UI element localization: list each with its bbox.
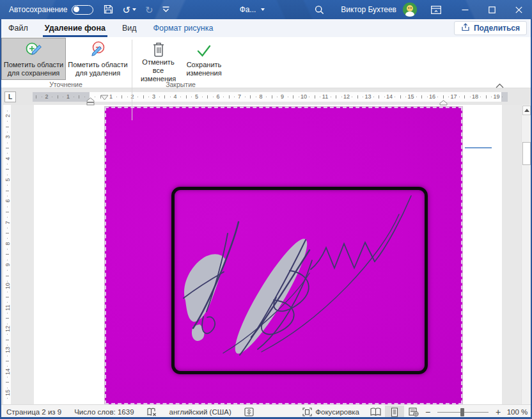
collapse-ribbon-icon[interactable] [496,79,504,91]
undo-caret-icon[interactable] [132,8,136,11]
share-button[interactable]: Поделиться [454,21,527,35]
ruler-tick [207,95,208,99]
ruler-tick [180,97,181,97]
tab-picture-format[interactable]: Формат рисунка [145,19,222,37]
zoom-slider-thumb[interactable] [460,408,464,416]
right-indent-marker[interactable] [439,97,448,108]
ruler-tick [427,97,428,97]
ruler-tick [7,398,8,399]
tab-stop-selector[interactable]: L [4,91,16,102]
ruler-tick [266,97,267,97]
ruler-tick [7,388,8,388]
ruler-tick [7,228,8,228]
document-title-text: Фа... [240,5,256,14]
ruler-tick [7,164,8,164]
user-name[interactable]: Виктор Бухтеев [341,5,396,14]
zoom-out-button[interactable]: − [423,407,432,417]
ruler-number: 5 [195,93,198,100]
ruler-tick [7,260,8,260]
selected-picture-background-removal[interactable] [105,107,462,404]
autosave-toggle[interactable] [72,5,93,15]
ruler-number: 7 [4,219,11,226]
ribbon-display-options-icon[interactable] [431,6,441,14]
ruler-number: 9 [281,93,284,100]
ruler-tick [6,148,9,148]
tab-file[interactable]: Файл [0,19,36,37]
ruler-tick [213,97,214,97]
ruler-tick [7,281,8,281]
ruler-tick [7,292,8,292]
group-label-close: Закрытие [136,81,226,89]
ruler-tick [331,97,331,97]
save-icon[interactable] [104,4,113,15]
tab-background-removal[interactable]: Удаление фона [36,19,114,37]
ribbon-tab-row: Файл Удаление фона Вид Формат рисунка По… [0,19,532,37]
document-title[interactable]: Фа... [240,5,265,14]
document-area: 23456789101112131415 [0,105,532,404]
ruler-tick [464,95,465,99]
user-avatar[interactable] [403,3,417,17]
ruler-tick [79,95,79,99]
word-window: Автосохранение ↺ ↻ Фа... Виктор Бухтее [0,0,532,419]
undo-icon[interactable]: ↺ [122,5,130,15]
discard-all-changes-button[interactable]: Отменить всеизменения [136,38,181,80]
search-icon[interactable] [298,5,341,15]
ruler-tick [159,97,160,97]
ruler-tick [223,97,224,97]
ruler-tick [7,249,8,249]
zoom-in-button[interactable]: + [494,407,503,417]
ruler-tick [7,270,8,271]
ruler-tick [143,95,144,99]
ruler-tick [6,361,9,361]
ruler-tick [373,97,374,97]
button-label: Сохранить [186,61,221,69]
scroll-up-arrow-icon [524,109,529,112]
ruler-tick [352,97,352,97]
trash-icon [150,40,167,58]
vertical-scrollbar[interactable] [521,105,531,404]
mark-areas-to-keep-button[interactable]: Пометить областидля сохранения [1,38,66,80]
tab-view[interactable]: Вид [114,19,145,37]
ruler-tick [7,143,8,143]
mark-areas-to-remove-button[interactable]: Пометить областидля удаления [66,38,129,80]
document-title-caret-icon [261,8,265,11]
minimize-button[interactable] [451,0,478,19]
ruler-number: 18 [472,93,478,100]
ruler-tick [470,97,471,97]
window-border-left [0,19,1,419]
ruler-number: 1 [109,93,113,100]
zoom-level[interactable]: 100 % [503,408,532,416]
ruler-number: 5 [4,176,11,184]
ruler-tick [137,97,138,97]
maximize-button[interactable] [478,0,505,19]
ruler-tick [459,97,460,97]
ruler-number: 4 [4,155,11,162]
ruler-tick [416,97,417,97]
ruler-tick [7,324,8,324]
ruler-number: 7 [238,93,241,100]
scroll-up-button[interactable] [522,106,531,115]
group-label-refine: Уточнение [1,81,130,89]
ruler-tick [363,97,363,97]
ruler-tick [6,297,9,297]
first-line-indent-marker[interactable] [100,91,109,103]
scrollbar-thumb[interactable] [522,142,531,165]
ruler-tick [7,345,8,345]
left-indent-marker[interactable] [86,97,95,108]
ruler-tick [7,175,8,175]
ruler-tick [437,97,438,97]
ruler-tick [6,169,9,170]
ruler-number: 15 [407,93,414,100]
ruler-number: 10 [4,282,11,290]
ruler-number: 8 [259,93,262,100]
customize-quick-access-icon[interactable] [162,4,169,15]
keep-changes-button[interactable]: Сохранитьизменения [182,38,226,80]
ruler-tick [7,111,8,111]
close-button[interactable] [505,0,532,19]
ruler-number: 6 [4,197,11,205]
ruler-number: 13 [364,93,371,100]
button-label: Пометить области [68,61,128,69]
ruler-tick [164,95,165,99]
document-horizontal-line [465,147,492,148]
title-bar: Автосохранение ↺ ↻ Фа... Виктор Бухтее [0,0,532,19]
